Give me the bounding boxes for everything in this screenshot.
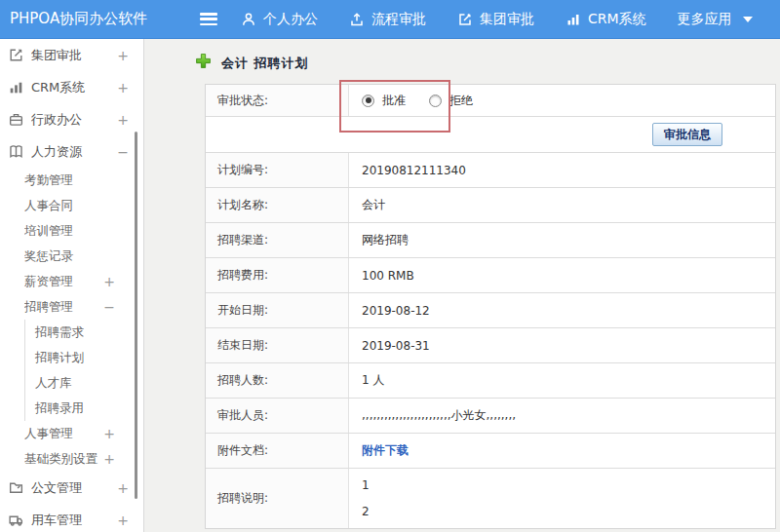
edit-icon [8, 47, 24, 63]
radio-reject[interactable] [429, 95, 442, 107]
sidebar-label: 公文管理 [31, 479, 117, 497]
table-row-button: 审批信息 [206, 117, 775, 153]
top-bar: PHPOA协同办公软件 个人办公 流程审批 [0, 0, 780, 39]
briefcase-icon [8, 111, 24, 128]
menu-icon[interactable] [200, 13, 217, 25]
sidebar-label: 行政办公 [31, 111, 117, 129]
expand-icon[interactable]: + [117, 48, 129, 63]
field-label: 附件文档: [206, 434, 349, 468]
description-line: 1 [362, 478, 370, 492]
field-value: 1 人 [349, 363, 775, 398]
expand-icon[interactable]: + [103, 426, 115, 441]
sidebar-item-rewards[interactable]: 奖惩记录 [0, 244, 143, 269]
field-label: 计划编号: [206, 153, 349, 187]
field-value: 2019-08-12 [349, 293, 775, 327]
sidebar-item-documents[interactable]: 公文管理 + [0, 472, 143, 504]
collapse-icon[interactable]: − [117, 144, 129, 160]
expand-icon[interactable]: + [117, 480, 129, 496]
sidebar-item-training[interactable]: 培训管理 [0, 218, 143, 244]
table-row-approval-status: 审批状态: 批准 拒绝 [206, 85, 775, 117]
sidebar-item-group-approval[interactable]: 集团审批 + [0, 39, 143, 71]
field-label: 结束日期: [206, 328, 349, 362]
table-row-description: 招聘说明: 1 2 [206, 469, 775, 528]
sidebar-item-base-category[interactable]: 基础类别设置 + [0, 446, 143, 472]
sidebar-item-admin-office[interactable]: 行政办公 + [0, 103, 143, 135]
sidebar-item-hr[interactable]: 人力资源 − [0, 135, 143, 168]
field-label: 审批状态: [206, 85, 349, 116]
sidebar-label: 人事管理 [24, 426, 103, 442]
field-value: 1 2 [349, 469, 775, 528]
sidebar-scrollbar[interactable] [135, 132, 137, 499]
radio-approve[interactable] [362, 95, 374, 107]
app-title: PHPOA协同办公软件 [0, 10, 187, 28]
sidebar-item-recruit-plan[interactable]: 招聘计划 [25, 345, 143, 370]
flow-icon [349, 12, 365, 27]
nav-personal-office[interactable]: 个人办公 [241, 11, 318, 28]
field-label: 审批人员: [206, 399, 349, 433]
sidebar-item-recruit-demand[interactable]: 招聘需求 [25, 320, 143, 345]
field-label: 开始日期: [206, 293, 349, 327]
book-icon [8, 143, 24, 160]
field-label: 招聘渠道: [206, 223, 349, 257]
sidebar-item-recruit-mgmt[interactable]: 招聘管理 − [0, 294, 143, 320]
field-value: 会计 [349, 188, 775, 222]
sidebar-label: 考勤管理 [24, 172, 115, 189]
sidebar-label: 招聘需求 [35, 324, 84, 341]
field-value: 20190812111340 [349, 153, 775, 187]
nav-crm-system[interactable]: CRM系统 [566, 11, 646, 28]
sidebar-label: 用车管理 [31, 512, 117, 529]
sidebar: 集团审批 + CRM系统 + 行政办公 + 人力资源 − 考勤管理 [0, 39, 144, 532]
caret-down-icon [743, 17, 753, 22]
sidebar-label: 奖惩记录 [24, 248, 115, 265]
expand-icon[interactable]: + [117, 513, 129, 528]
approval-form-table: 审批状态: 批准 拒绝 审批信息 计划编号: 20190812111340 计划… [205, 84, 776, 529]
expand-icon[interactable]: + [103, 451, 115, 467]
add-plus-icon[interactable] [195, 53, 212, 73]
nav-label: 流程审批 [371, 11, 426, 28]
table-row-plan-name: 计划名称: 会计 [206, 188, 775, 223]
attachment-download-link[interactable]: 附件下载 [362, 442, 409, 459]
sidebar-item-salary[interactable]: 薪资管理 + [0, 269, 143, 294]
sidebar-item-attendance[interactable]: 考勤管理 [0, 168, 143, 193]
nav-more-apps[interactable]: 更多应用 [678, 11, 753, 28]
table-row-attachment: 附件文档: 附件下载 [206, 434, 775, 469]
table-row-start-date: 开始日期: 2019-08-12 [206, 293, 775, 328]
edit-icon [457, 12, 473, 27]
sidebar-label: 招聘计划 [35, 350, 84, 366]
field-label: 招聘人数: [206, 363, 349, 398]
sidebar-item-crm[interactable]: CRM系统 + [0, 71, 143, 103]
nav-label: 集团审批 [480, 11, 534, 28]
approval-info-button[interactable]: 审批信息 [652, 123, 722, 146]
recruit-submenu: 招聘需求 招聘计划 人才库 招聘录用 [24, 320, 143, 421]
field-label: 招聘费用: [206, 258, 349, 292]
sidebar-label: 人才库 [35, 375, 72, 392]
expand-icon[interactable]: + [103, 274, 115, 289]
nav-group-approval[interactable]: 集团审批 [457, 11, 534, 28]
page-title: 会计 招聘计划 [221, 55, 309, 72]
sidebar-item-recruit-hire[interactable]: 招聘录用 [25, 396, 143, 421]
sidebar-label: 集团审批 [31, 47, 117, 64]
field-label: 计划名称: [206, 188, 349, 222]
main-content: 会计 招聘计划 审批状态: 批准 拒绝 审批信息 计划编号: 201908121… [144, 39, 780, 532]
sidebar-item-personnel-mgmt[interactable]: 人事管理 + [0, 421, 143, 446]
table-row-recruit-cost: 招聘费用: 100 RMB [206, 258, 775, 293]
nav-flow-approval[interactable]: 流程审批 [349, 11, 426, 28]
chart-icon [8, 79, 24, 95]
expand-icon[interactable]: + [117, 112, 129, 128]
sidebar-label: CRM系统 [31, 79, 117, 96]
nav-label: 更多应用 [678, 11, 732, 28]
page-header: 会计 招聘计划 [195, 53, 309, 73]
nav-label: CRM系统 [588, 11, 646, 28]
table-row-end-date: 结束日期: 2019-08-31 [206, 328, 775, 363]
sidebar-label: 薪资管理 [24, 274, 103, 290]
sidebar-label: 招聘管理 [24, 299, 103, 316]
collapse-icon[interactable]: − [103, 299, 115, 315]
sidebar-item-vehicle[interactable]: 用车管理 + [0, 504, 143, 532]
radio-approve-label: 批准 [382, 93, 406, 109]
sidebar-item-talent-pool[interactable]: 人才库 [25, 370, 143, 396]
sidebar-label: 招聘录用 [35, 400, 84, 417]
nav-label: 个人办公 [263, 11, 318, 28]
sidebar-item-hr-contract[interactable]: 人事合同 [0, 193, 143, 218]
table-row-headcount: 招聘人数: 1 人 [206, 363, 775, 399]
expand-icon[interactable]: + [117, 80, 129, 95]
